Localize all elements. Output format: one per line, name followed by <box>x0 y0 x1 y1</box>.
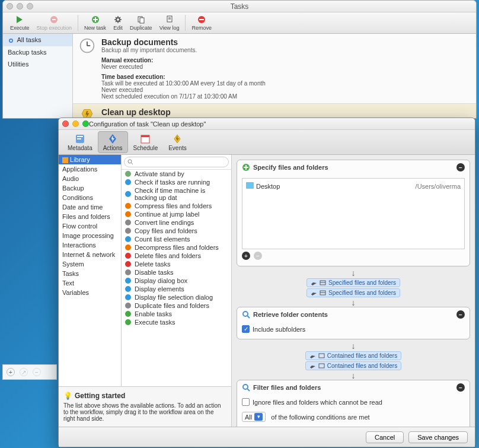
action-item[interactable]: Check if time machine is backing up dat <box>122 186 231 202</box>
svg-point-33 <box>125 203 131 209</box>
magnifier-icon <box>242 310 250 319</box>
viewlog-button[interactable]: View log <box>156 12 183 33</box>
workflow-area[interactable]: Specify files and folders − Desktop /Use… <box>232 155 475 427</box>
cat-item[interactable]: Conditions <box>59 193 121 202</box>
svg-point-55 <box>243 312 248 316</box>
action-item[interactable]: Check if tasks are running <box>122 178 231 186</box>
category-list[interactable]: Library Applications Audio Backup Condit… <box>59 155 122 386</box>
action-item[interactable]: Duplicate files and folders <box>122 301 231 310</box>
cat-library[interactable]: Library <box>59 155 121 164</box>
cat-item[interactable]: Text <box>59 278 121 288</box>
action-icon <box>124 236 132 243</box>
action-item[interactable]: Decompress files and folders <box>122 243 231 252</box>
collapse-button[interactable]: − <box>456 310 465 319</box>
action-item[interactable]: Display elements <box>122 285 231 293</box>
action-item[interactable]: Display dialog box <box>122 277 231 285</box>
remove-button[interactable]: Remove <box>188 12 215 33</box>
action-item[interactable]: Continue at jump label <box>122 210 231 218</box>
task-title: Backup documents <box>101 37 266 47</box>
action-icon <box>124 319 132 326</box>
tab-events[interactable]: Events <box>163 131 192 153</box>
match-mode-select[interactable]: All▾ <box>242 412 266 422</box>
config-footer: Cancel Save changes <box>59 427 475 447</box>
zoom-icon[interactable] <box>82 120 89 127</box>
action-icon <box>124 227 132 234</box>
file-row[interactable]: Desktop /Users/oliverma <box>245 181 462 191</box>
input-pill[interactable]: Specified files and folders <box>306 288 400 297</box>
traffic-min-icon[interactable] <box>17 3 23 9</box>
task-row[interactable]: Clean up desktop Move old files from the… <box>73 104 476 118</box>
add-file-button[interactable]: + <box>242 252 250 260</box>
add-group-button[interactable]: + <box>7 368 15 376</box>
cat-item[interactable]: Backup <box>59 183 121 193</box>
include-subfolders-checkbox[interactable]: ✓ Include subfolders <box>242 325 465 333</box>
file-list[interactable]: Desktop /Users/oliverma <box>242 178 465 249</box>
svg-point-47 <box>125 319 131 325</box>
edit-button[interactable]: Edit <box>110 12 126 33</box>
save-button[interactable]: Save changes <box>408 431 468 443</box>
tasks-titlebar: Tasks <box>3 1 476 12</box>
action-item[interactable]: Activate stand by <box>122 170 231 178</box>
collapse-button[interactable]: − <box>456 383 465 392</box>
action-item[interactable]: Delete files and folders <box>122 252 231 260</box>
action-icon <box>124 190 132 198</box>
traffic-max-icon[interactable] <box>27 3 33 9</box>
action-item[interactable]: Copy files and folders <box>122 227 231 235</box>
traffic-close-icon[interactable] <box>7 3 13 9</box>
action-icon <box>124 260 132 268</box>
tab-metadata[interactable]: Metadata <box>62 131 98 153</box>
close-icon[interactable] <box>62 120 69 127</box>
cat-item[interactable]: Interactions <box>59 240 121 250</box>
action-icon <box>124 170 132 177</box>
svg-rect-26 <box>141 135 149 137</box>
clock-icon <box>79 37 95 54</box>
actions-left-pane: Library Applications Audio Backup Condit… <box>59 155 232 427</box>
stop-execution-button: Stop execution <box>33 12 76 33</box>
flow-arrow-icon: ↓ <box>237 269 470 277</box>
action-item[interactable]: Display file selection dialog <box>122 293 231 301</box>
input-pill[interactable]: Contained files and folders <box>305 361 401 370</box>
flow-arrow-icon: ↓ <box>237 342 470 350</box>
cat-item[interactable]: Flow control <box>59 221 121 231</box>
action-item[interactable]: Enable tasks <box>122 310 231 318</box>
config-window: Configuration of task "Clean up desktop"… <box>58 117 475 447</box>
sidebar-item-backup[interactable]: Backup tasks <box>3 46 72 58</box>
action-item[interactable]: Delete tasks <box>122 260 231 268</box>
output-pill[interactable]: Specified files and folders <box>306 278 400 287</box>
cat-item[interactable]: Files and folders <box>59 212 121 221</box>
remove-group-button: − <box>33 368 41 376</box>
minimize-icon[interactable] <box>72 120 79 127</box>
cat-item[interactable]: System <box>59 259 121 269</box>
cat-item[interactable]: Variables <box>59 288 121 297</box>
step-filter-files: Filter files and folders − Ignore files … <box>237 380 470 427</box>
sidebar-item-all-tasks[interactable]: All tasks <box>3 34 72 46</box>
action-item[interactable]: Count list elements <box>122 235 231 243</box>
svg-point-14 <box>9 39 13 42</box>
duplicate-button[interactable]: Duplicate <box>126 12 156 33</box>
tab-actions[interactable]: Actions <box>98 131 128 153</box>
action-item[interactable]: Convert line endings <box>122 218 231 227</box>
cat-item[interactable]: Audio <box>59 174 121 183</box>
cat-item[interactable]: Internet & network <box>59 250 121 259</box>
cat-item[interactable]: Applications <box>59 164 121 174</box>
cat-item[interactable]: Date and time <box>59 202 121 212</box>
task-row[interactable]: Backup documents Backup all my important… <box>73 34 476 104</box>
action-item[interactable]: Disable tasks <box>122 268 231 277</box>
action-icon <box>124 294 132 301</box>
action-list[interactable]: Activate stand byCheck if tasks are runn… <box>122 170 231 386</box>
action-item[interactable]: Execute tasks <box>122 318 231 326</box>
execute-button[interactable]: Execute <box>7 12 33 33</box>
cat-item[interactable]: Tasks <box>59 269 121 278</box>
action-search-input[interactable] <box>124 157 229 167</box>
tab-schedule[interactable]: Schedule <box>128 131 164 153</box>
action-item[interactable]: Compress files and folders <box>122 202 231 210</box>
output-pill[interactable]: Contained files and folders <box>305 351 401 360</box>
svg-rect-5 <box>93 19 98 20</box>
lightbulb-icon: 💡 <box>63 392 72 400</box>
cat-item[interactable]: Image processing <box>59 231 121 240</box>
collapse-button[interactable]: − <box>456 163 465 171</box>
new-task-button[interactable]: New task <box>81 12 110 33</box>
cancel-button[interactable]: Cancel <box>366 431 404 443</box>
sidebar-item-utilities[interactable]: Utilities <box>3 58 72 70</box>
ignore-unreadable-checkbox[interactable]: Ignore files and folders which cannot be… <box>242 398 465 406</box>
